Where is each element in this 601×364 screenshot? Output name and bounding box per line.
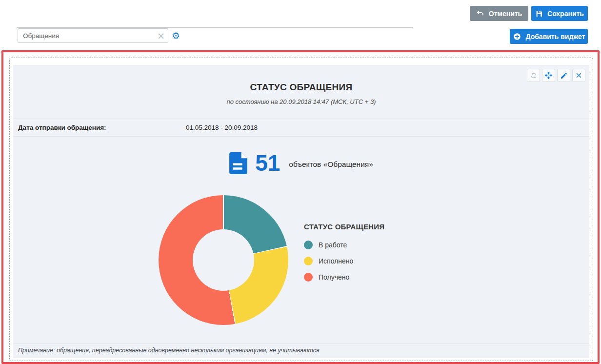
legend-label-done: Исполнено <box>319 257 353 265</box>
legend-item-received[interactable]: Получено <box>304 273 384 282</box>
move-button[interactable] <box>542 69 555 82</box>
legend-swatch-done <box>304 257 313 265</box>
undo-icon <box>476 9 484 18</box>
widget-note: Примечание: обращения, переадресованные … <box>13 344 589 358</box>
refresh-icon <box>530 72 538 80</box>
widget-card: СТАТУС ОБРАЩЕНИЯ по состоянию на 20.09.2… <box>13 65 589 358</box>
widget-header: СТАТУС ОБРАЩЕНИЯ по состоянию на 20.09.2… <box>13 65 589 105</box>
save-button-label: Сохранить <box>547 10 584 18</box>
gear-icon[interactable]: ⚙ <box>172 29 180 42</box>
chart-area: СТАТУС ОБРАЩЕНИЯ В работе Исполнено Полу… <box>13 195 589 325</box>
save-icon <box>535 10 543 18</box>
move-icon <box>544 71 553 80</box>
donut-wrap <box>159 195 288 325</box>
widget-search: × <box>18 28 168 43</box>
add-widget-button[interactable]: Добавить виджет <box>510 29 588 44</box>
donut-hole <box>193 229 254 291</box>
legend-swatch-received <box>304 273 313 282</box>
clear-input-icon[interactable]: × <box>157 29 165 42</box>
count-row: 51 объектов «Обращения» <box>13 149 589 177</box>
object-count-label: объектов «Обращения» <box>289 157 373 169</box>
cancel-button-label: Отменить <box>489 10 522 18</box>
legend-swatch-in-progress <box>304 241 313 249</box>
widget-title: СТАТУС ОБРАЩЕНИЯ <box>13 82 589 93</box>
filter-value: 01.05.2018 - 20.09.2018 <box>186 124 258 131</box>
widget-placeholder: СТАТУС ОБРАЩЕНИЯ по состоянию на 20.09.2… <box>9 58 593 361</box>
add-widget-button-label: Добавить виджет <box>526 33 585 40</box>
close-icon <box>575 72 582 79</box>
widget-name-input[interactable] <box>18 28 168 43</box>
dashboard-selection-frame: СТАТУС ОБРАЩЕНИЯ по состоянию на 20.09.2… <box>1 50 600 364</box>
filter-label: Дата отправки обращения: <box>18 124 186 131</box>
edit-button[interactable] <box>557 69 570 82</box>
widget-subtitle: по состоянию на 20.09.2018 14:47 (МСК, U… <box>13 98 589 105</box>
plus-circle-icon <box>513 32 521 41</box>
pencil-icon <box>560 72 568 80</box>
legend-item-done[interactable]: Исполнено <box>304 257 384 265</box>
filter-row: Дата отправки обращения: 01.05.2018 - 20… <box>13 119 589 137</box>
legend-item-in-progress[interactable]: В работе <box>304 241 384 249</box>
close-widget-button[interactable] <box>572 69 585 82</box>
object-count: 51 <box>255 152 280 174</box>
legend-label-received: Получено <box>319 273 349 281</box>
cancel-button[interactable]: Отменить <box>470 6 528 21</box>
save-button[interactable]: Сохранить <box>531 6 588 21</box>
widget-toolbar <box>527 69 585 82</box>
legend-label-in-progress: В работе <box>319 241 347 249</box>
document-icon <box>229 152 247 174</box>
refresh-button[interactable] <box>527 69 540 82</box>
legend-title: СТАТУС ОБРАЩЕНИЯ <box>304 222 384 231</box>
chart-legend: СТАТУС ОБРАЩЕНИЯ В работе Исполнено Полу… <box>304 195 384 325</box>
